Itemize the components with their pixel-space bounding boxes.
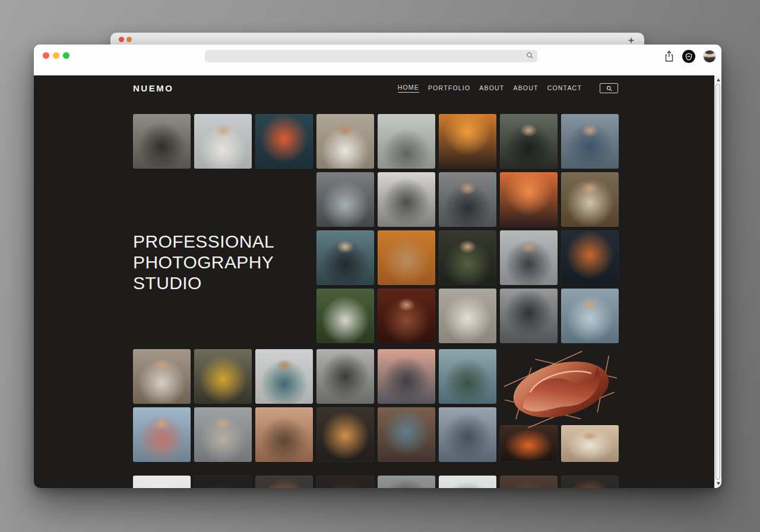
photo-tile[interactable] bbox=[561, 114, 619, 169]
photo-tile[interactable] bbox=[561, 425, 619, 462]
zoom-button[interactable] bbox=[63, 52, 69, 59]
nav-link-portfolio[interactable]: PORTFOLIO bbox=[428, 84, 470, 93]
photo-tile[interactable] bbox=[194, 114, 252, 169]
photo-tile[interactable] bbox=[439, 114, 496, 169]
browser-window: NUEMO HOMEPORTFOLIOABOUTABOUTCONTACT PRO… bbox=[34, 45, 721, 488]
main-nav: HOMEPORTFOLIOABOUTABOUTCONTACT bbox=[398, 83, 618, 93]
photo-tile[interactable] bbox=[133, 407, 191, 462]
photo-tile[interactable] bbox=[500, 289, 558, 343]
browser-titlebar bbox=[34, 45, 721, 75]
photo-tile[interactable] bbox=[316, 289, 374, 343]
photo-tile[interactable] bbox=[500, 172, 558, 227]
photo-tile[interactable] bbox=[439, 349, 496, 404]
photo-tile[interactable] bbox=[255, 407, 313, 462]
minimize-button[interactable] bbox=[53, 52, 59, 59]
photo-tile[interactable] bbox=[255, 476, 313, 488]
photo-tile[interactable] bbox=[378, 407, 435, 462]
nav-link-about[interactable]: ABOUT bbox=[513, 84, 538, 93]
photo-tile[interactable] bbox=[439, 230, 496, 285]
photo-tile[interactable] bbox=[439, 172, 496, 227]
photo-tile[interactable] bbox=[194, 476, 252, 488]
photo-tile[interactable] bbox=[561, 230, 619, 285]
photo-tile[interactable] bbox=[500, 425, 558, 462]
photo-tile[interactable] bbox=[133, 476, 191, 488]
photo-tile[interactable] bbox=[561, 289, 619, 343]
back-window-minimize-button[interactable] bbox=[126, 37, 132, 42]
photo-tile[interactable] bbox=[133, 114, 191, 169]
photo-tile[interactable] bbox=[316, 114, 374, 169]
photo-tile[interactable] bbox=[439, 407, 496, 462]
desktop: NUEMO HOMEPORTFOLIOABOUTABOUTCONTACT PRO… bbox=[0, 0, 760, 532]
photo-tile[interactable] bbox=[378, 114, 435, 169]
address-bar[interactable] bbox=[205, 50, 537, 62]
site-search-button[interactable] bbox=[600, 83, 618, 93]
photo-tile[interactable] bbox=[316, 172, 374, 227]
site-header: NUEMO HOMEPORTFOLIOABOUTABOUTCONTACT bbox=[133, 83, 618, 93]
nav-link-contact[interactable]: CONTACT bbox=[547, 84, 582, 93]
extension-shield-icon[interactable] bbox=[682, 50, 695, 63]
star-icon bbox=[628, 36, 635, 43]
scroll-up-icon[interactable] bbox=[717, 78, 720, 81]
back-window-close-button[interactable] bbox=[119, 37, 124, 42]
photo-tile[interactable] bbox=[500, 114, 558, 169]
photo-tile[interactable] bbox=[561, 476, 619, 488]
nav-link-home[interactable]: HOME bbox=[398, 84, 419, 93]
gallery-grid-bottom bbox=[133, 476, 618, 488]
photo-tile[interactable] bbox=[439, 476, 496, 488]
toolbar-icons bbox=[664, 49, 716, 64]
photo-tile[interactable] bbox=[194, 407, 252, 462]
photo-tile[interactable] bbox=[561, 172, 619, 227]
scrollbar-thumb[interactable] bbox=[715, 84, 720, 480]
gallery-grid-top bbox=[133, 114, 618, 343]
site-viewport: NUEMO HOMEPORTFOLIOABOUTABOUTCONTACT PRO… bbox=[34, 75, 721, 488]
photo-tile[interactable] bbox=[500, 476, 558, 488]
nav-link-about[interactable]: ABOUT bbox=[479, 84, 504, 93]
photo-tile[interactable] bbox=[255, 114, 313, 169]
photo-tile[interactable] bbox=[378, 349, 435, 404]
photo-tile[interactable] bbox=[316, 476, 374, 488]
photo-tile[interactable] bbox=[378, 172, 435, 227]
search-icon bbox=[526, 51, 534, 62]
photo-tile[interactable] bbox=[194, 349, 252, 404]
photo-tile[interactable] bbox=[255, 349, 313, 404]
copper-3d-decor bbox=[502, 350, 620, 429]
photo-tile[interactable] bbox=[378, 289, 435, 343]
profile-avatar[interactable] bbox=[703, 50, 716, 63]
photo-tile[interactable] bbox=[316, 230, 374, 285]
scroll-down-icon[interactable] bbox=[717, 482, 720, 485]
photo-tile[interactable] bbox=[316, 349, 374, 404]
share-icon[interactable] bbox=[664, 50, 674, 62]
scrollbar[interactable] bbox=[714, 75, 721, 488]
photo-tile[interactable] bbox=[378, 476, 435, 488]
photo-tile[interactable] bbox=[316, 407, 374, 462]
close-button[interactable] bbox=[43, 52, 49, 59]
photo-tile[interactable] bbox=[133, 349, 191, 404]
photo-tile[interactable] bbox=[439, 289, 496, 343]
site-logo[interactable]: NUEMO bbox=[133, 83, 173, 93]
photo-tile[interactable] bbox=[500, 230, 558, 285]
photo-tile[interactable] bbox=[378, 230, 435, 285]
